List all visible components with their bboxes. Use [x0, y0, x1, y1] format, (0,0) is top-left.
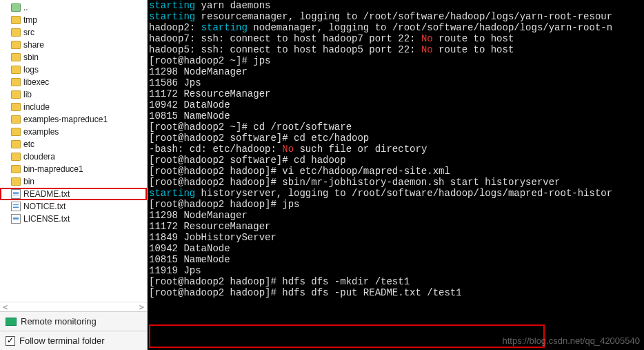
tree-item-label: etc	[23, 139, 34, 149]
terminal-line: [root@hadoop2 software]# cd hadoop	[149, 155, 643, 166]
folder-icon	[11, 103, 21, 111]
terminal-line: starting yarn daemons	[149, 0, 643, 11]
tree-item---[interactable]: ..	[0, 1, 147, 14]
terminal-line: -bash: cd: etc/hadoop: No such file or d…	[149, 144, 643, 155]
tree-item-label: cloudera	[23, 152, 55, 162]
tree-item-examples[interactable]: examples	[0, 126, 147, 138]
terminal-line: 11298 NodeManager	[149, 66, 643, 77]
folder-icon	[11, 128, 21, 136]
tree-item-label: LICENSE.txt	[23, 214, 70, 224]
terminal-line: [root@hadoop2 software]# cd etc/hadoop	[149, 133, 643, 144]
tree-item-label: lib	[23, 90, 32, 99]
terminal-line: [root@hadoop2 ~]# jps	[149, 55, 643, 66]
tree-item-bin[interactable]: bin	[0, 175, 147, 188]
terminal-line: hadoop7: ssh: connect to host hadoop7 po…	[149, 33, 643, 44]
tree-item-examples-mapreduce1[interactable]: examples-mapreduce1	[0, 113, 147, 126]
folder-icon	[11, 165, 21, 173]
terminal-line: 10942 DataNode	[149, 243, 643, 254]
tree-item-label: bin	[23, 177, 34, 186]
folder-icon	[11, 177, 21, 186]
terminal-line: hadoop5: ssh: connect to host hadoop5 po…	[149, 44, 643, 55]
tree-item-sbin[interactable]: sbin	[0, 51, 147, 64]
folder-icon	[11, 78, 21, 86]
file-icon	[11, 202, 21, 211]
tree-item-etc[interactable]: etc	[0, 138, 147, 150]
terminal-line: 11172 ResourceManager	[149, 88, 643, 99]
folder-icon	[11, 66, 21, 74]
checkbox-checked-icon	[6, 336, 15, 346]
remote-monitoring-label: Remote monitoring	[21, 316, 97, 327]
tree-item-label: share	[23, 40, 44, 50]
tree-item-cloudera[interactable]: cloudera	[0, 150, 147, 163]
tree-item-tmp[interactable]: tmp	[0, 14, 147, 26]
terminal-line: 11586 Jps	[149, 77, 643, 88]
folder-up-icon	[11, 3, 21, 12]
tree-item-label: logs	[23, 65, 39, 75]
terminal-line: [root@hadoop2 hadoop]# vi etc/hadoop/map…	[149, 166, 643, 177]
file-icon	[11, 189, 21, 199]
tree-item-label: include	[23, 102, 50, 112]
terminal-line: 11849 JobHistoryServer	[149, 232, 643, 243]
terminal-line: 10815 NameNode	[149, 254, 643, 265]
follow-terminal-toggle[interactable]: Follow terminal folder	[0, 331, 147, 350]
terminal-line: [root@hadoop2 hadoop]# hdfs dfs -mkdir /…	[149, 276, 643, 287]
remote-monitoring-button[interactable]: Remote monitoring	[0, 311, 147, 331]
terminal-line: [root@hadoop2 ~]# cd /root/software	[149, 121, 643, 133]
folder-icon	[11, 153, 21, 161]
terminal-line: starting resourcemanager, logging to /ro…	[149, 11, 643, 22]
tree-item-src[interactable]: src	[0, 26, 147, 39]
terminal-line: 11172 ResourceManager	[149, 221, 643, 232]
folder-icon	[11, 115, 21, 124]
file-icon	[11, 214, 21, 224]
terminal-line: 10815 NameNode	[149, 110, 643, 121]
tree-item-logs[interactable]: logs	[0, 64, 147, 76]
terminal-line: [root@hadoop2 hadoop]# sbin/mr-jobhistor…	[149, 177, 643, 188]
tree-item-README-txt[interactable]: README.txt	[0, 188, 147, 200]
tree-item-label: ..	[23, 3, 28, 12]
tree-item-label: tmp	[23, 15, 37, 25]
terminal-line: hadoop2: starting nodemanager, logging t…	[149, 22, 643, 33]
terminal-line: 11919 Jps	[149, 265, 643, 276]
tree-item-libexec[interactable]: libexec	[0, 76, 147, 88]
terminal-line: 10942 DataNode	[149, 99, 643, 110]
file-tree[interactable]: ..tmpsrcsharesbinlogslibexeclibincludeex…	[0, 0, 147, 302]
folder-icon	[11, 90, 21, 99]
tree-item-NOTICE-txt[interactable]: NOTICE.txt	[0, 200, 147, 213]
terminal-line: starting historyserver, logging to /root…	[149, 188, 643, 199]
tree-item-LICENSE-txt[interactable]: LICENSE.txt	[0, 213, 147, 225]
terminal-line: [root@hadoop2 hadoop]# jps	[149, 199, 643, 210]
tree-item-label: examples-mapreduce1	[23, 115, 108, 124]
tree-item-label: bin-mapreduce1	[23, 164, 83, 174]
tree-item-label: libexec	[23, 77, 49, 87]
tree-item-bin-mapreduce1[interactable]: bin-mapreduce1	[0, 163, 147, 175]
monitor-icon	[6, 318, 17, 326]
tree-item-label: examples	[23, 127, 59, 137]
terminal-line: 11298 NodeManager	[149, 210, 643, 221]
folder-icon	[11, 41, 21, 49]
tree-item-label: sbin	[23, 52, 39, 62]
folder-icon	[11, 28, 21, 37]
tree-item-label: README.txt	[23, 189, 70, 199]
tree-item-share[interactable]: share	[0, 39, 147, 51]
terminal-line: [root@hadoop2 hadoop]# hdfs dfs -put REA…	[149, 287, 643, 298]
terminal-output[interactable]: starting yarn daemonsstarting resourcema…	[148, 0, 644, 350]
tree-item-label: src	[23, 28, 34, 37]
tree-item-label: NOTICE.txt	[23, 202, 66, 211]
tree-item-include[interactable]: include	[0, 101, 147, 113]
follow-terminal-label: Follow terminal folder	[19, 336, 105, 346]
folder-icon	[11, 53, 21, 61]
scroll-hint: <>	[0, 302, 147, 311]
folder-icon	[11, 140, 21, 148]
tree-item-lib[interactable]: lib	[0, 88, 147, 101]
folder-icon	[11, 16, 21, 24]
file-tree-sidebar: ..tmpsrcsharesbinlogslibexeclibincludeex…	[0, 0, 148, 350]
